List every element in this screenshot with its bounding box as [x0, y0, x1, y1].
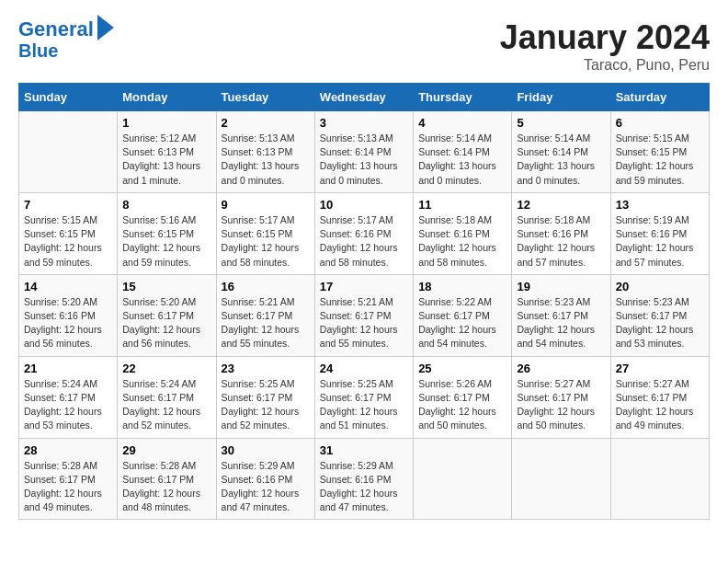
day-detail: Sunrise: 5:14 AMSunset: 6:14 PMDaylight:…	[418, 132, 506, 188]
column-header-saturday: Saturday	[610, 84, 709, 111]
calendar-cell	[610, 438, 709, 520]
calendar-cell: 31Sunrise: 5:29 AMSunset: 6:16 PMDayligh…	[314, 438, 413, 520]
day-number: 12	[517, 198, 605, 212]
calendar-cell: 24Sunrise: 5:25 AMSunset: 6:17 PMDayligh…	[314, 356, 413, 438]
day-detail: Sunrise: 5:18 AMSunset: 6:16 PMDaylight:…	[517, 213, 605, 270]
calendar-cell: 1Sunrise: 5:12 AMSunset: 6:13 PMDaylight…	[118, 111, 216, 193]
day-detail: Sunrise: 5:27 AMSunset: 6:17 PMDaylight:…	[616, 377, 704, 433]
day-number: 30	[222, 443, 310, 457]
day-number: 4	[418, 116, 506, 130]
day-number: 13	[616, 198, 704, 212]
day-number: 1	[122, 116, 210, 130]
column-header-thursday: Thursday	[414, 84, 512, 111]
day-detail: Sunrise: 5:12 AMSunset: 6:13 PMDaylight:…	[122, 132, 210, 188]
calendar-cell: 11Sunrise: 5:18 AMSunset: 6:16 PMDayligh…	[414, 192, 512, 274]
day-number: 15	[122, 280, 210, 293]
calendar-cell: 25Sunrise: 5:26 AMSunset: 6:17 PMDayligh…	[414, 356, 512, 438]
calendar-cell: 18Sunrise: 5:22 AMSunset: 6:17 PMDayligh…	[414, 274, 512, 356]
day-number: 10	[320, 198, 408, 212]
calendar-cell: 26Sunrise: 5:27 AMSunset: 6:17 PMDayligh…	[512, 356, 610, 438]
day-detail: Sunrise: 5:25 AMSunset: 6:17 PMDaylight:…	[320, 377, 408, 433]
day-number: 2	[222, 116, 310, 130]
calendar-cell: 17Sunrise: 5:21 AMSunset: 6:17 PMDayligh…	[314, 274, 413, 356]
title-block: January 2024 Taraco, Puno, Peru	[500, 18, 710, 74]
calendar-cell: 20Sunrise: 5:23 AMSunset: 6:17 PMDayligh…	[610, 274, 709, 356]
calendar-cell: 14Sunrise: 5:20 AMSunset: 6:16 PMDayligh…	[19, 274, 118, 356]
calendar-cell	[414, 438, 512, 520]
day-number: 31	[320, 443, 408, 457]
day-detail: Sunrise: 5:28 AMSunset: 6:17 PMDaylight:…	[122, 459, 210, 515]
week-row-1: 1Sunrise: 5:12 AMSunset: 6:13 PMDaylight…	[19, 111, 710, 193]
day-detail: Sunrise: 5:21 AMSunset: 6:17 PMDaylight:…	[222, 295, 310, 351]
calendar-cell: 13Sunrise: 5:19 AMSunset: 6:16 PMDayligh…	[610, 192, 709, 274]
calendar-cell: 19Sunrise: 5:23 AMSunset: 6:17 PMDayligh…	[512, 274, 610, 356]
day-number: 22	[122, 362, 210, 375]
day-number: 7	[24, 198, 112, 212]
day-detail: Sunrise: 5:15 AMSunset: 6:15 PMDaylight:…	[616, 132, 704, 188]
logo: General Blue	[18, 18, 114, 61]
calendar-cell: 2Sunrise: 5:13 AMSunset: 6:13 PMDaylight…	[216, 111, 314, 193]
day-detail: Sunrise: 5:25 AMSunset: 6:17 PMDaylight:…	[222, 377, 310, 433]
calendar-cell	[512, 438, 610, 520]
day-detail: Sunrise: 5:29 AMSunset: 6:16 PMDaylight:…	[222, 459, 310, 515]
calendar-cell: 12Sunrise: 5:18 AMSunset: 6:16 PMDayligh…	[512, 192, 610, 274]
day-detail: Sunrise: 5:16 AMSunset: 6:15 PMDaylight:…	[122, 213, 210, 270]
week-row-2: 7Sunrise: 5:15 AMSunset: 6:15 PMDaylight…	[19, 192, 710, 274]
column-header-tuesday: Tuesday	[216, 84, 314, 111]
day-detail: Sunrise: 5:20 AMSunset: 6:17 PMDaylight:…	[122, 295, 210, 351]
day-number: 28	[24, 443, 112, 457]
page-header: General Blue January 2024 Taraco, Puno, …	[18, 18, 710, 74]
day-number: 23	[222, 362, 310, 375]
day-number: 26	[517, 362, 605, 375]
calendar-cell: 22Sunrise: 5:24 AMSunset: 6:17 PMDayligh…	[118, 356, 216, 438]
day-number: 18	[418, 280, 506, 293]
day-detail: Sunrise: 5:27 AMSunset: 6:17 PMDaylight:…	[517, 377, 605, 433]
day-number: 17	[320, 280, 408, 293]
calendar-cell: 28Sunrise: 5:28 AMSunset: 6:17 PMDayligh…	[19, 438, 118, 520]
day-detail: Sunrise: 5:22 AMSunset: 6:17 PMDaylight:…	[418, 295, 506, 351]
week-row-3: 14Sunrise: 5:20 AMSunset: 6:16 PMDayligh…	[19, 274, 710, 356]
day-detail: Sunrise: 5:23 AMSunset: 6:17 PMDaylight:…	[616, 295, 704, 351]
calendar-cell: 23Sunrise: 5:25 AMSunset: 6:17 PMDayligh…	[216, 356, 314, 438]
day-number: 9	[222, 198, 310, 212]
calendar-cell: 15Sunrise: 5:20 AMSunset: 6:17 PMDayligh…	[118, 274, 216, 356]
day-detail: Sunrise: 5:17 AMSunset: 6:16 PMDaylight:…	[320, 213, 408, 270]
day-detail: Sunrise: 5:13 AMSunset: 6:13 PMDaylight:…	[222, 132, 310, 188]
calendar-cell: 30Sunrise: 5:29 AMSunset: 6:16 PMDayligh…	[216, 438, 314, 520]
calendar-cell: 5Sunrise: 5:14 AMSunset: 6:14 PMDaylight…	[512, 111, 610, 193]
day-number: 5	[517, 116, 605, 130]
calendar-title: January 2024	[500, 18, 710, 57]
day-detail: Sunrise: 5:19 AMSunset: 6:16 PMDaylight:…	[616, 213, 704, 270]
column-header-sunday: Sunday	[19, 84, 118, 111]
day-detail: Sunrise: 5:18 AMSunset: 6:16 PMDaylight:…	[418, 213, 506, 270]
day-number: 24	[320, 362, 408, 375]
day-number: 19	[517, 280, 605, 293]
calendar-cell: 27Sunrise: 5:27 AMSunset: 6:17 PMDayligh…	[610, 356, 709, 438]
calendar-cell: 3Sunrise: 5:13 AMSunset: 6:14 PMDaylight…	[314, 111, 413, 193]
day-detail: Sunrise: 5:17 AMSunset: 6:15 PMDaylight:…	[222, 213, 310, 270]
day-number: 27	[616, 362, 704, 375]
day-number: 3	[320, 116, 408, 130]
calendar-cell: 10Sunrise: 5:17 AMSunset: 6:16 PMDayligh…	[314, 192, 413, 274]
day-number: 20	[616, 280, 704, 293]
logo-arrow-icon	[97, 15, 114, 40]
calendar-cell: 8Sunrise: 5:16 AMSunset: 6:15 PMDaylight…	[118, 192, 216, 274]
column-header-monday: Monday	[118, 84, 216, 111]
logo-text-blue: Blue	[18, 40, 58, 61]
day-number: 25	[418, 362, 506, 375]
calendar-cell: 9Sunrise: 5:17 AMSunset: 6:15 PMDaylight…	[216, 192, 314, 274]
day-detail: Sunrise: 5:24 AMSunset: 6:17 PMDaylight:…	[24, 377, 112, 433]
day-number: 16	[222, 280, 310, 293]
calendar-body: 1Sunrise: 5:12 AMSunset: 6:13 PMDaylight…	[19, 111, 710, 520]
day-number: 29	[122, 443, 210, 457]
day-detail: Sunrise: 5:29 AMSunset: 6:16 PMDaylight:…	[320, 459, 408, 515]
day-detail: Sunrise: 5:20 AMSunset: 6:16 PMDaylight:…	[24, 295, 112, 351]
day-detail: Sunrise: 5:21 AMSunset: 6:17 PMDaylight:…	[320, 295, 408, 351]
calendar-cell: 16Sunrise: 5:21 AMSunset: 6:17 PMDayligh…	[216, 274, 314, 356]
day-detail: Sunrise: 5:14 AMSunset: 6:14 PMDaylight:…	[517, 132, 605, 188]
day-detail: Sunrise: 5:13 AMSunset: 6:14 PMDaylight:…	[320, 132, 408, 188]
day-number: 14	[24, 280, 112, 293]
calendar-table: SundayMondayTuesdayWednesdayThursdayFrid…	[18, 83, 710, 520]
week-row-4: 21Sunrise: 5:24 AMSunset: 6:17 PMDayligh…	[19, 356, 710, 438]
day-detail: Sunrise: 5:28 AMSunset: 6:17 PMDaylight:…	[24, 459, 112, 515]
